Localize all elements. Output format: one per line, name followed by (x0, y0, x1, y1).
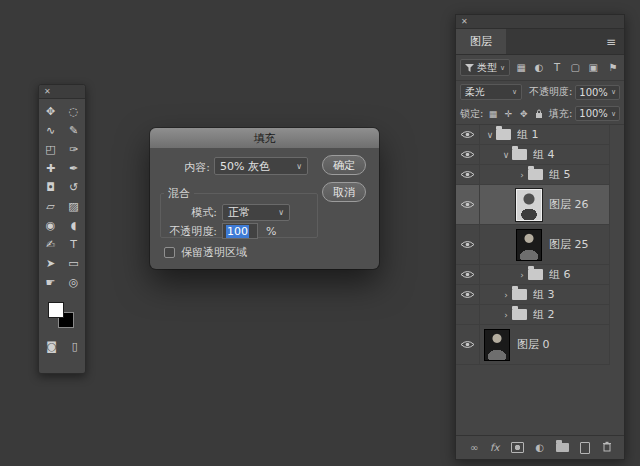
opacity-input-value: 100 (226, 225, 249, 238)
folder-icon (528, 169, 543, 180)
screen-mode-button[interactable]: ▯ (72, 340, 78, 353)
layer-row[interactable]: › 组 3 (456, 285, 610, 305)
eraser-tool[interactable]: ▱ (39, 197, 62, 216)
filter-kind-select[interactable]: 类型 ∨ (460, 59, 510, 76)
close-icon[interactable]: ✕ (461, 17, 468, 26)
layer-thumbnail[interactable] (484, 329, 510, 361)
content-select[interactable]: 50% 灰色 ∨ (214, 157, 308, 175)
blending-group-label: 混合 (164, 186, 194, 201)
filter-shape-button[interactable]: ▢ (568, 62, 582, 73)
dodge-tool[interactable]: ◖ (62, 216, 85, 235)
crop-tool[interactable]: ◰ (39, 140, 62, 159)
panel-menu-icon[interactable]: ≡ (598, 29, 624, 54)
chevron-right-icon[interactable]: › (516, 170, 528, 180)
layers-panel: ✕ 图层 ≡ 类型 ∨ ▦ ◐ T ▢ ▣ ⚑ 柔光 ∨ 不透明度: (455, 14, 625, 460)
filter-pixel-button[interactable]: ▦ (514, 62, 528, 73)
lasso-tool[interactable]: ∿ (39, 121, 62, 140)
new-layer-button[interactable] (580, 442, 590, 454)
fill-value: 100% (579, 108, 608, 119)
layer-row[interactable]: 图层 25 (456, 225, 610, 265)
visibility-toggle[interactable] (456, 125, 480, 144)
move-tool[interactable]: ✥ (39, 102, 62, 121)
layer-row[interactable]: ∨ 组 1 (456, 125, 610, 145)
opacity-combo[interactable]: 100% ∨ (575, 85, 620, 100)
marquee-tool[interactable]: ◌ (62, 102, 85, 121)
filter-smart-object-button[interactable]: ▣ (586, 62, 600, 73)
lock-position-button[interactable]: ✥ (518, 109, 529, 119)
blend-mode-select[interactable]: 柔光 ∨ (460, 84, 522, 100)
layer-row[interactable]: 图层 0 (456, 325, 610, 365)
mode-row: 模式: 正常 ∨ (161, 204, 317, 221)
ok-button[interactable]: 确定 (322, 155, 366, 175)
chevron-right-icon[interactable]: › (500, 290, 512, 300)
workspace-background: ✕ ✥ ◌ ∿ ✎ ◰ ✑ ✚ ✒ ◘ ↺ ▱ ▨ ◉ ◖ ✍ T ➤ ▭ ☛ … (0, 0, 640, 466)
mode-select[interactable]: 正常 ∨ (222, 204, 290, 221)
layers-list: ∨ 组 1 ∨ 组 4 › (456, 125, 624, 435)
panel-tab-bar: 图层 ≡ (456, 29, 624, 55)
add-mask-button[interactable] (511, 442, 524, 453)
quick-mask-button[interactable]: ◙ (46, 340, 57, 353)
type-tool[interactable]: T (62, 235, 85, 254)
quick-selection-tool[interactable]: ✎ (62, 121, 85, 140)
shape-tool[interactable]: ▭ (62, 254, 85, 273)
layer-row[interactable]: › 组 6 (456, 265, 610, 285)
opacity-input[interactable]: 100 (222, 223, 258, 239)
gradient-tool[interactable]: ▨ (62, 197, 85, 216)
filter-toggle[interactable]: ⚑ (606, 62, 620, 73)
opacity-value: 100% (579, 87, 608, 98)
layer-row[interactable]: › 组 2 (456, 305, 610, 325)
zoom-tool[interactable]: ◎ (62, 273, 85, 292)
visibility-toggle[interactable] (456, 265, 480, 284)
visibility-toggle[interactable] (456, 225, 480, 264)
chevron-down-icon[interactable]: ∨ (484, 130, 496, 140)
eye-icon (460, 170, 475, 179)
lock-pixels-button[interactable]: ✛ (503, 109, 514, 119)
visibility-toggle[interactable] (456, 325, 480, 364)
link-layers-button[interactable]: ∞ (470, 442, 478, 453)
filter-type-button[interactable]: T (550, 62, 564, 73)
close-icon[interactable]: ✕ (44, 87, 51, 96)
chevron-down-icon: ∨ (500, 64, 505, 72)
visibility-toggle[interactable] (456, 185, 480, 224)
history-brush-tool[interactable]: ↺ (62, 178, 85, 197)
hand-tool[interactable]: ☛ (39, 273, 62, 292)
layer-row[interactable]: ∨ 组 4 (456, 145, 610, 165)
delete-layer-button[interactable] (602, 441, 612, 454)
preserve-transparency-checkbox[interactable]: 保留透明区域 (164, 245, 247, 260)
path-selection-tool[interactable]: ➤ (39, 254, 62, 273)
visibility-toggle[interactable] (456, 285, 480, 304)
visibility-toggle[interactable] (456, 305, 480, 324)
layer-row[interactable]: › 组 5 (456, 165, 610, 185)
tools-panel-header: ✕ (39, 85, 85, 99)
visibility-toggle[interactable] (456, 165, 480, 184)
folder-icon (528, 269, 543, 280)
eye-icon (460, 340, 475, 349)
adjustment-layer-button[interactable]: ◐ (536, 442, 545, 453)
layer-thumbnail[interactable] (516, 229, 542, 261)
chevron-down-icon[interactable]: ∨ (500, 150, 512, 160)
foreground-color-swatch[interactable] (48, 302, 64, 318)
visibility-toggle[interactable] (456, 145, 480, 164)
chevron-down-icon: ∨ (512, 88, 517, 96)
checkbox-box[interactable] (164, 247, 175, 258)
eyedropper-tool[interactable]: ✑ (62, 140, 85, 159)
layer-row-selected[interactable]: 图层 26 (456, 185, 610, 225)
chevron-right-icon[interactable]: › (500, 310, 512, 320)
layer-style-button[interactable]: fx (490, 442, 499, 453)
folder-icon (512, 289, 527, 300)
healing-brush-tool[interactable]: ✚ (39, 159, 62, 178)
tab-layers[interactable]: 图层 (456, 29, 506, 54)
layer-thumbnail[interactable] (516, 189, 542, 221)
lock-all-button[interactable] (534, 109, 545, 119)
new-group-button[interactable] (556, 443, 569, 452)
brush-tool[interactable]: ✒ (62, 159, 85, 178)
fill-combo[interactable]: 100% ∨ (575, 106, 620, 121)
pen-tool[interactable]: ✍ (39, 235, 62, 254)
chevron-right-icon[interactable]: › (516, 270, 528, 280)
lock-transparency-button[interactable]: ▦ (487, 109, 498, 119)
blur-tool[interactable]: ◉ (39, 216, 62, 235)
dialog-body: 内容: 50% 灰色 ∨ 确定 取消 混合 模式: 正常 ∨ 不透明度: (150, 148, 379, 269)
filter-adjustment-button[interactable]: ◐ (532, 62, 546, 73)
clone-stamp-tool[interactable]: ◘ (39, 178, 62, 197)
cancel-button[interactable]: 取消 (322, 182, 366, 202)
